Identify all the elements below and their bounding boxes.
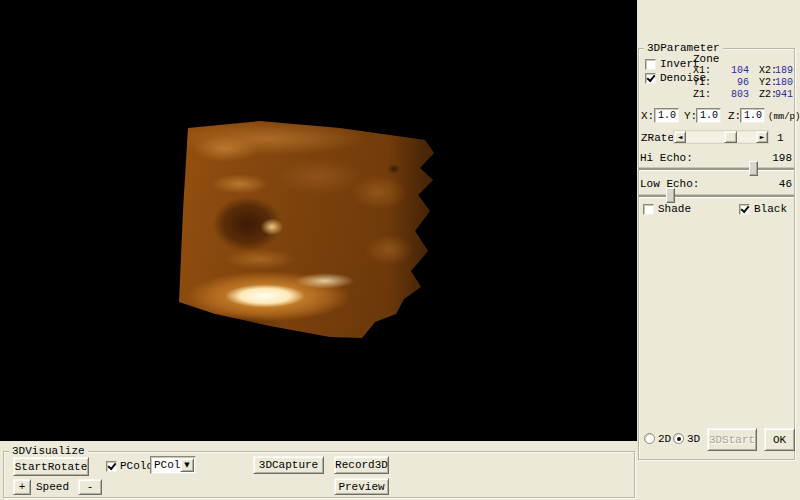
zone-z1-value: 803 xyxy=(723,89,749,101)
zrate-scrollbar[interactable]: ◄ ► xyxy=(673,130,769,144)
shade-checkbox[interactable] xyxy=(643,204,654,215)
zone-x1-label: X1: xyxy=(693,65,711,77)
scale-z-input[interactable]: 1.0 xyxy=(740,108,765,123)
scale-x-label: X: xyxy=(641,110,654,122)
scale-y-input[interactable]: 1.0 xyxy=(696,108,721,123)
radio-2d[interactable] xyxy=(644,433,655,444)
speed-minus-button[interactable]: - xyxy=(78,479,102,495)
speed-label: Speed xyxy=(36,481,69,493)
zone-y2-value: 180 xyxy=(767,77,793,89)
visualize-bar: 3DVisualize StartRotate + Speed - PColor… xyxy=(0,441,637,500)
zrate-right-arrow-icon[interactable]: ► xyxy=(756,131,768,143)
parameter-panel: 3DParameter Invert Denoise Zone X1: 104 … xyxy=(637,0,800,500)
start3d-button[interactable]: 3DStart xyxy=(707,428,757,451)
pcolor-dropdown[interactable]: PColor ▼ xyxy=(150,456,196,474)
zone-z2-value: 941 xyxy=(767,89,793,101)
chevron-down-icon[interactable]: ▼ xyxy=(180,458,194,472)
black-checkbox[interactable] xyxy=(739,204,750,215)
hi-echo-slider-thumb[interactable] xyxy=(749,161,758,176)
zone-x2-value: 189 xyxy=(767,65,793,77)
low-echo-slider-track[interactable] xyxy=(639,195,794,198)
record3d-button[interactable]: Record3D xyxy=(334,456,389,474)
visualize-groupbox: 3DVisualize StartRotate + Speed - PColor… xyxy=(3,451,635,498)
hi-echo-slider-track[interactable] xyxy=(639,168,794,171)
check-icon xyxy=(647,73,656,82)
ultrasound-volume-image[interactable] xyxy=(179,121,435,343)
render-viewport[interactable] xyxy=(0,0,637,441)
zrate-scrollbar-thumb[interactable] xyxy=(724,131,737,143)
preview-button[interactable]: Preview xyxy=(334,478,389,495)
capture3d-button[interactable]: 3DCapture xyxy=(253,456,324,474)
parameter-groupbox: 3DParameter Invert Denoise Zone X1: 104 … xyxy=(638,48,795,460)
ok-button[interactable]: OK xyxy=(764,428,795,451)
pcolor-checkbox[interactable] xyxy=(106,461,117,472)
check-icon xyxy=(108,461,117,470)
zrate-value: 1 xyxy=(777,132,784,144)
radio-3d-label[interactable]: 3D xyxy=(687,433,700,445)
radio-3d[interactable] xyxy=(673,433,684,444)
shade-label: Shade xyxy=(658,203,691,215)
invert-checkbox[interactable] xyxy=(645,59,656,70)
scale-x-input[interactable]: 1.0 xyxy=(654,108,679,123)
hi-echo-value: 198 xyxy=(757,152,792,164)
zone-y1-value: 96 xyxy=(723,77,749,89)
speed-plus-button[interactable]: + xyxy=(13,479,31,495)
scale-unit-label: (mm/p) xyxy=(768,111,800,123)
visualize-group-title: 3DVisualize xyxy=(9,445,88,457)
black-label: Black xyxy=(754,203,787,215)
start-rotate-button[interactable]: StartRotate xyxy=(13,457,89,476)
low-echo-value: 46 xyxy=(757,178,792,190)
low-echo-slider-thumb[interactable] xyxy=(666,188,675,203)
zrate-left-arrow-icon[interactable]: ◄ xyxy=(674,131,686,143)
radio-selected-dot xyxy=(677,437,681,441)
zone-y1-label: Y1: xyxy=(693,77,711,89)
zone-label: Zone xyxy=(693,53,719,65)
radio-2d-label[interactable]: 2D xyxy=(658,433,671,445)
check-icon xyxy=(741,204,750,213)
denoise-checkbox[interactable] xyxy=(645,73,656,84)
zone-x1-value: 104 xyxy=(723,65,749,77)
zrate-label: ZRate xyxy=(641,132,674,144)
zone-z1-label: Z1: xyxy=(693,89,711,101)
app-window: 3DParameter Invert Denoise Zone X1: 104 … xyxy=(0,0,800,500)
hi-echo-label: Hi Echo: xyxy=(640,152,693,164)
